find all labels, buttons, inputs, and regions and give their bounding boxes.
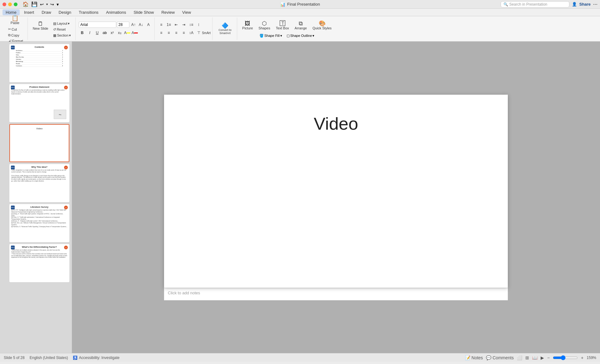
menu-view[interactable]: View (179, 9, 194, 15)
comments-toggle[interactable]: 💬 Comments (486, 355, 514, 360)
ribbon-smartart-group: 🔷 Convert to SmartArt (213, 17, 237, 40)
zoom-level[interactable]: 159% (587, 356, 596, 360)
ribbon-insert-group: 🖼 Picture ⬡ Shapes 🅃 Text Box ⧉ Arrange … (238, 17, 336, 40)
bullets-button[interactable]: ≡ (158, 21, 165, 28)
clear-format-button[interactable]: A (145, 21, 152, 28)
language-info: English (United States) (30, 356, 68, 360)
paste-button[interactable]: 📋 Paste (8, 14, 22, 26)
menu-draw[interactable]: Draw (38, 9, 54, 15)
thumb-7-content: [1] S.K.T.P: "Intelligent traffic light … (10, 209, 69, 228)
slide-thumb-3[interactable]: PES ● Contents Introduction1 Problem2 Vi… (9, 44, 69, 82)
save-icon[interactable]: 💾 (31, 1, 38, 7)
ribbon-content: 📋 Paste ✂ Cut ⧉ Copy 🖌 Format 🗒 (0, 16, 600, 41)
maximize-button[interactable] (14, 2, 18, 6)
decrease-indent-button[interactable]: ⇤ (173, 21, 180, 28)
strikethrough-button[interactable]: ab (101, 29, 108, 36)
thumb-3-logo: PES (11, 46, 15, 49)
subscript-button[interactable]: x₂ (116, 29, 123, 36)
slide-thumb-6[interactable]: PES ● Why This Idea? Traffic congestion … (9, 164, 69, 202)
columns-button[interactable]: ⫶ (195, 21, 202, 28)
customize-icon[interactable]: ▾ (57, 2, 59, 7)
search-box[interactable]: 🔍 Search in Presentation (501, 1, 569, 7)
menu-slideshow[interactable]: Slide Show (130, 9, 157, 15)
increase-indent-button[interactable]: ⇥ (180, 21, 187, 28)
align-left-button[interactable]: ≡ (158, 29, 165, 36)
text-highlight-button[interactable]: A (124, 29, 131, 36)
slide-6-wrapper: 6 PES ● Why This Idea? Traffic congestio… (2, 164, 69, 202)
slide-thumb-4[interactable]: PES ● Problem Statement To optimize the … (9, 84, 69, 122)
justify-button[interactable]: ≡ (180, 29, 187, 36)
share-button[interactable]: Share (579, 2, 591, 7)
quick-styles-button[interactable]: 🎨 Quick Styles (311, 19, 333, 31)
reading-view-button[interactable]: 📖 (532, 355, 538, 360)
font-color-button[interactable]: A (131, 29, 138, 36)
undo-icon[interactable]: ↩ (40, 2, 44, 7)
increase-font-button[interactable]: A↑ (130, 21, 137, 28)
font-name-input[interactable] (79, 22, 116, 28)
numbering-button[interactable]: 1≡ (165, 21, 172, 28)
section-button[interactable]: ▦ Section ▾ (51, 33, 73, 38)
menu-design[interactable]: Design (56, 9, 74, 15)
align-center-button[interactable]: ≡ (165, 29, 172, 36)
shape-fill-button[interactable]: 🪣 Shape Fill ▾ (258, 33, 283, 38)
menu-review[interactable]: Review (158, 9, 178, 15)
slide-sorter-button[interactable]: ⊞ (525, 355, 529, 360)
zoom-slider[interactable] (553, 355, 578, 360)
shape-outline-button[interactable]: ▢ Shape Outline ▾ (285, 33, 316, 38)
slide-3-wrapper: 3 PES ● Contents Introduction1 Problem2 … (2, 44, 69, 82)
thumb-7-logo: PES (11, 206, 15, 209)
slide-thumb-8[interactable]: PES ● What's the Differentiating Factor?… (9, 244, 69, 282)
window-controls[interactable] (2, 2, 18, 6)
slide-thumb-5[interactable]: Video (9, 124, 69, 162)
share-icon[interactable]: 👤 (572, 2, 577, 7)
reset-button[interactable]: ↺ Reset (51, 27, 73, 32)
notes-toggle[interactable]: 📝 Notes (465, 355, 483, 360)
normal-view-button[interactable]: ⬜ (517, 355, 522, 360)
slide-4-wrapper: 4 PES ● Problem Statement To optimize th… (2, 84, 69, 122)
more-icon[interactable]: ⋯ (593, 2, 598, 7)
align-right-button[interactable]: ≡ (173, 29, 180, 36)
convert-smartart-button[interactable]: 🔷 Convert to SmartArt (216, 22, 234, 36)
thumb-6-logo-right: ● (64, 166, 68, 169)
menu-insert[interactable]: Insert (21, 9, 38, 15)
undo-dropdown-icon[interactable]: ▾ (46, 2, 48, 6)
comments-icon: 💬 (486, 355, 491, 360)
superscript-button[interactable]: x² (109, 29, 116, 36)
text-direction-button[interactable]: ↕A (188, 29, 195, 36)
layout-button[interactable]: ▤ Layout ▾ (51, 21, 73, 26)
close-button[interactable] (2, 2, 6, 6)
bold-button[interactable]: B (79, 29, 86, 36)
thumb-3-table: Introduction1 Problem2 Video3 Why This I… (16, 49, 63, 67)
text-box-button[interactable]: 🅃 Text Box (274, 19, 291, 31)
font-size-input[interactable] (117, 22, 129, 28)
notes-area[interactable]: Click to add notes (164, 288, 508, 300)
italic-button[interactable]: I (86, 29, 93, 36)
copy-button[interactable]: ⧉ Copy (6, 32, 25, 38)
picture-button[interactable]: 🖼 Picture (240, 19, 255, 31)
smartart-button[interactable]: SmArt (203, 29, 210, 36)
slide-canvas[interactable]: Video (164, 95, 508, 288)
ribbon-clipboard-group: 📋 Paste ✂ Cut ⧉ Copy 🖌 Format (2, 17, 28, 40)
zoom-in-button[interactable]: + (581, 355, 583, 360)
minimize-button[interactable] (8, 2, 12, 6)
align-text-button[interactable]: ⊤ (195, 29, 202, 36)
menu-transitions[interactable]: Transitions (76, 9, 102, 15)
redo-icon[interactable]: ↪ (50, 2, 54, 7)
decrease-font-button[interactable]: A↓ (138, 21, 144, 28)
shapes-button[interactable]: ⬡ Shapes (257, 19, 272, 31)
slide-thumb-7[interactable]: PES ● Literature Survey [1] S.K.T.P: "In… (9, 204, 69, 242)
new-slide-button[interactable]: 🗒 New Slide (31, 20, 50, 32)
status-bar: Slide 5 of 28 English (United States) ♿ … (0, 353, 600, 362)
line-spacing-button[interactable]: ↕≡ (188, 21, 195, 28)
arrange-button[interactable]: ⧉ Arrange (293, 19, 309, 31)
zoom-out-button[interactable]: − (547, 355, 550, 360)
presenter-view-button[interactable]: ▶ (541, 355, 544, 360)
slide-8-wrapper: 8 PES ● What's the Differentiating Facto… (2, 244, 69, 282)
accessibility-info[interactable]: ♿ Accessibility: Investigate (73, 356, 119, 360)
slide-info: Slide 5 of 28 (4, 356, 25, 360)
menu-animations[interactable]: Animations (103, 9, 129, 15)
underline-button[interactable]: U (94, 29, 101, 36)
home-icon[interactable]: 🏠 (22, 1, 29, 7)
thumb-3-logo-right: ● (64, 46, 68, 49)
cut-button[interactable]: ✂ Cut (6, 27, 25, 32)
